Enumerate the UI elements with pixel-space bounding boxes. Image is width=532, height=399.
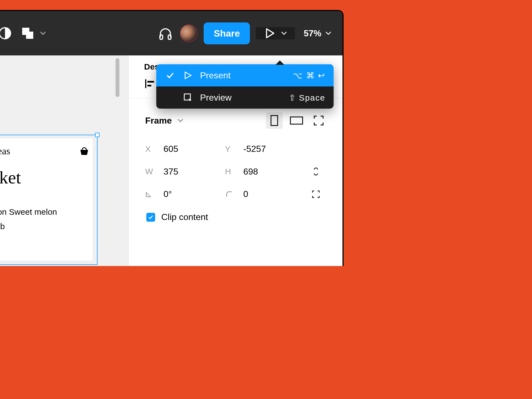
resize-to-fit-button[interactable] [310,112,327,129]
artboard-heading: d Peas [0,145,10,157]
svg-rect-7 [147,85,151,86]
svg-rect-8 [271,116,278,126]
zoom-value: 57% [304,28,321,39]
product-price: .89/lb [0,222,90,231]
dropdown-item-shortcut: ⌥ ⌘ ↩ [293,71,325,80]
orientation-portrait-button[interactable] [266,112,283,129]
share-button[interactable]: Share [204,22,250,44]
svg-rect-3 [160,35,163,39]
y-value: -5257 [243,144,266,154]
play-icon [182,71,193,80]
width-field[interactable]: W 375 [145,167,219,177]
play-icon [264,27,276,39]
present-dropdown: Present ⌥ ⌘ ↩ Preview ⇧ Space [156,64,334,109]
svg-rect-2 [26,32,33,39]
rotation-field[interactable]: 0° [145,189,219,199]
corner-radius-value: 0 [243,189,248,199]
y-label: Y [225,144,236,154]
svg-rect-9 [290,117,303,124]
dropdown-item-label: Preview [200,93,282,103]
basket-icon [79,145,90,157]
contrast-icon[interactable] [0,27,12,40]
x-field[interactable]: X 605 [145,144,219,154]
w-value: 375 [163,167,178,177]
corner-radius-icon [225,190,236,198]
canvas[interactable]: sket d Peas asket imson Sweet melon .89/… [0,55,129,266]
rotation-value: 0° [163,189,172,199]
chevron-down-icon [40,30,46,36]
corner-radius-field[interactable]: 0 [225,189,299,199]
chevron-down-icon [281,30,287,36]
user-avatar[interactable] [180,24,198,42]
check-icon [165,71,176,80]
svg-rect-4 [168,35,171,39]
app-window: Share 57% sket [0,10,344,266]
x-value: 605 [163,144,178,154]
svg-rect-6 [147,81,154,83]
present-button[interactable] [256,27,295,39]
w-label: W [145,167,156,176]
rotation-icon [145,190,156,198]
clip-content-checkbox[interactable] [146,213,155,222]
independent-corners-button[interactable] [305,189,327,199]
orientation-landscape-button[interactable] [288,112,305,129]
selection-handle[interactable] [95,133,99,137]
align-left-icon[interactable] [144,78,156,90]
boolean-tool[interactable] [20,25,46,41]
chevron-down-icon[interactable] [177,117,183,124]
y-field[interactable]: Y -5257 [225,144,299,154]
preview-icon [182,93,193,102]
dropdown-item-preview[interactable]: Preview ⇧ Space [156,86,334,109]
headphones-icon[interactable] [157,25,174,42]
clip-content-label: Clip content [161,212,208,222]
product-name: imson Sweet melon [0,207,90,217]
zoom-control[interactable]: 57% [301,28,334,39]
selected-frame-content: d Peas asket imson Sweet melon .89/lb [0,139,93,260]
h-value: 698 [243,167,258,177]
height-field[interactable]: H 698 [225,167,299,177]
dropdown-item-label: Present [200,70,286,81]
check-icon [148,214,154,220]
artboard-title: asket [0,167,90,188]
dropdown-item-shortcut: ⇧ Space [289,93,325,103]
x-label: X [145,144,156,154]
chevron-down-icon [325,30,331,36]
scrollbar-thumb[interactable] [116,58,119,97]
frame-section-title: Frame [145,116,172,126]
h-label: H [225,167,236,176]
constrain-proportions-button[interactable] [305,166,327,177]
top-toolbar: Share 57% [0,11,342,55]
dropdown-item-present[interactable]: Present ⌥ ⌘ ↩ [156,64,334,86]
